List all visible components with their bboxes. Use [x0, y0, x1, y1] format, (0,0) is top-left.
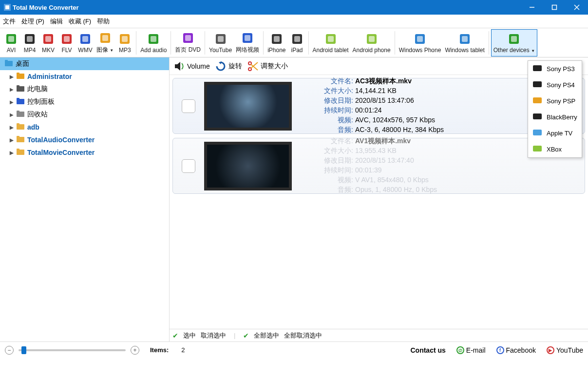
menu-favorites[interactable]: 收藏 (F)	[69, 17, 91, 26]
svg-rect-19	[122, 36, 128, 42]
dropdown-item-blackberry[interactable]: BlackBerry	[528, 109, 582, 125]
tool-mp4[interactable]: MP4	[20, 29, 39, 57]
tool-andphone[interactable]: Android phone	[351, 29, 393, 57]
tool-youtube[interactable]: YouTube	[207, 29, 234, 57]
window-title: Total Movie Converter	[13, 4, 521, 11]
svg-rect-66	[533, 97, 542, 103]
zoom-out-button[interactable]: −	[5, 346, 14, 355]
wmv-icon	[78, 32, 92, 46]
file-metadata: 文件名:AC3视频样本.mkv 文件大小:14,144.21 KB 修改日期:2…	[321, 77, 444, 135]
svg-rect-23	[185, 35, 191, 41]
titlebar: Total Movie Converter	[0, 0, 588, 15]
rotate-button[interactable]: 旋转	[215, 60, 242, 72]
zoom-slider[interactable]	[19, 349, 126, 351]
select-button[interactable]: 选中	[183, 331, 196, 340]
contact-us-link[interactable]: Contact us	[410, 346, 445, 354]
andtab-icon	[324, 32, 338, 46]
file-card[interactable]: 文件名:AC3视频样本.mkv 文件大小:14,144.21 KB 修改日期:2…	[172, 78, 585, 134]
status-bar: − + Items: 2 Contact us @E-mail fFaceboo…	[0, 341, 588, 358]
tool-mp3[interactable]: MP3	[115, 29, 134, 57]
check-all-icon: ✔	[243, 332, 249, 340]
homedvd-icon	[181, 31, 195, 45]
pc-icon	[17, 85, 25, 93]
items-label: Items:	[150, 346, 169, 354]
file-checkbox[interactable]	[182, 159, 195, 173]
svg-rect-11	[45, 36, 51, 42]
svg-rect-41	[511, 36, 517, 42]
tool-image[interactable]: 图像 ▼	[95, 29, 115, 57]
svg-rect-47	[17, 85, 19, 87]
expand-arrow-icon: ▶	[10, 74, 17, 79]
minimize-button[interactable]	[521, 0, 543, 15]
tree-item-1[interactable]: ▶Administrator	[0, 70, 169, 83]
svg-rect-29	[274, 36, 280, 42]
tree-item-3[interactable]: ▶控制面板	[0, 95, 169, 108]
youtube-link[interactable]: ▶YouTube	[547, 346, 583, 354]
tool-ipad[interactable]: iPad	[288, 29, 306, 57]
tree-item-6[interactable]: ▶TotalAudioConverter	[0, 133, 169, 146]
video-thumbnail	[204, 82, 292, 131]
tool-homedvd[interactable]: 首页 DVD	[173, 29, 203, 57]
iphone-icon	[270, 32, 284, 46]
file-checkbox[interactable]	[182, 99, 195, 113]
svg-rect-15	[82, 36, 88, 42]
menu-process[interactable]: 处理 (P)	[21, 17, 44, 26]
tool-iphone[interactable]: iPhone	[266, 29, 287, 57]
zoom-in-button[interactable]: +	[131, 346, 139, 355]
tool-winphone[interactable]: Windows Phone	[397, 29, 443, 57]
email-link[interactable]: @E-mail	[456, 346, 486, 354]
tool-otherdev[interactable]: Other devices ▼	[491, 29, 537, 57]
unselect-all-button[interactable]: 全部取消选中	[284, 331, 322, 340]
tool-wintab[interactable]: Windows tablet	[443, 29, 486, 57]
menu-file[interactable]: 文件	[3, 17, 16, 26]
close-button[interactable]	[566, 0, 588, 15]
tree-item-0[interactable]: 桌面	[0, 57, 169, 70]
select-all-button[interactable]: 全部选中	[254, 331, 279, 340]
tool-andtab[interactable]: Android tablet	[311, 29, 351, 57]
svg-rect-55	[17, 136, 19, 138]
maximize-button[interactable]	[543, 0, 566, 15]
tree-item-2[interactable]: ▶此电脑	[0, 83, 169, 95]
format-toolbar: AVIMP4MKVFLVWMV图像 ▼MP3Add audio首页 DVDYou…	[0, 28, 588, 57]
tree-item-4[interactable]: ▶回收站	[0, 108, 169, 121]
tool-avi[interactable]: AVI	[2, 29, 20, 57]
device-icon	[532, 64, 544, 74]
tree-item-7[interactable]: ▶TotalMovieConverter	[0, 146, 169, 159]
facebook-link[interactable]: fFacebook	[496, 346, 536, 354]
addaudio-icon	[147, 32, 160, 46]
svg-rect-13	[64, 36, 70, 42]
tool-mkv[interactable]: MKV	[39, 29, 57, 57]
unselect-button[interactable]: 取消选中	[201, 331, 226, 340]
file-list: 文件名:AC3视频样本.mkv 文件大小:14,144.21 KB 修改日期:2…	[170, 75, 588, 329]
volume-button[interactable]: Volume	[173, 60, 210, 72]
volume-label: Volume	[187, 62, 210, 70]
expand-arrow-icon: ▶	[10, 125, 17, 130]
menu-edit[interactable]: 编辑	[50, 17, 63, 26]
resize-button[interactable]: 调整大小	[247, 60, 288, 72]
expand-arrow-icon: ▶	[10, 112, 17, 117]
expand-arrow-icon: ▶	[10, 99, 17, 105]
svg-rect-3	[552, 5, 557, 10]
file-card[interactable]: 文件名:AV1视频样本.mkv 文件大小:13,955.43 KB 修改日期:2…	[172, 138, 585, 194]
svg-rect-68	[533, 130, 542, 135]
svg-rect-39	[462, 36, 468, 42]
tool-flv[interactable]: FLV	[57, 29, 76, 57]
items-count: 2	[181, 346, 185, 354]
svg-rect-17	[102, 35, 108, 41]
svg-rect-53	[17, 123, 19, 125]
dropdown-item-sony-ps3[interactable]: Sony PS3	[528, 61, 582, 77]
scissors-icon	[247, 60, 259, 72]
main-panel: Volume 旋转 调整大小 文件名:AC3视频样本.mkv 文件大小:14,1…	[170, 57, 588, 341]
menu-help[interactable]: 帮助	[97, 17, 110, 26]
device-icon	[532, 113, 544, 122]
tool-wmv[interactable]: WMV	[76, 29, 95, 57]
dropdown-item-xbox[interactable]: XBox	[528, 141, 582, 157]
menubar: 文件 处理 (P) 编辑 收藏 (F) 帮助	[0, 15, 588, 28]
dropdown-item-apple-tv[interactable]: Apple TV	[528, 125, 582, 141]
dropdown-item-sony-ps4[interactable]: Sony PS4	[528, 77, 582, 93]
tool-webvideo[interactable]: 网络视频	[234, 29, 261, 57]
dropdown-item-sony-psp[interactable]: Sony PSP	[528, 93, 582, 109]
tree-item-5[interactable]: ▶adb	[0, 121, 169, 133]
svg-rect-69	[533, 146, 542, 151]
tool-addaudio[interactable]: Add audio	[138, 29, 169, 57]
